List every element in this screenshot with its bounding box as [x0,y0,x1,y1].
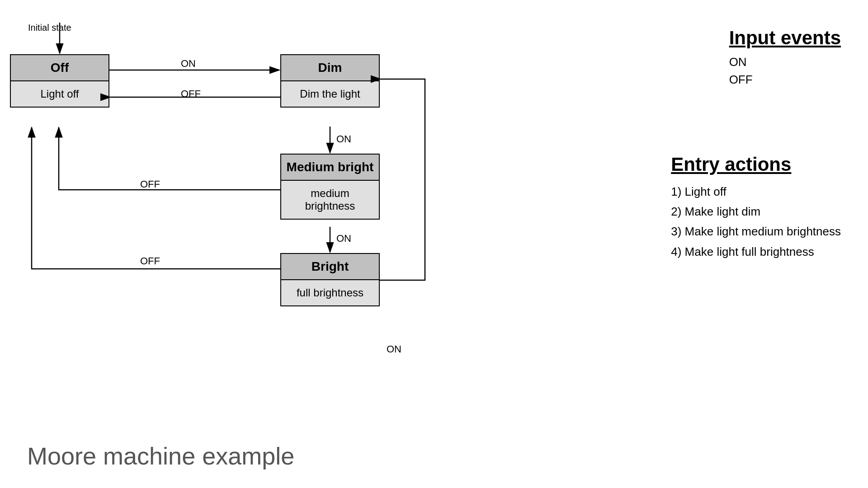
label-on-off-to-dim: ON [181,58,196,70]
input-event-off: OFF [729,71,841,89]
diagram-container: Initial state Off Light off Dim Dim the … [0,0,868,488]
state-bright-header: Bright [281,254,379,280]
input-events-panel: Input events ON OFF [729,27,841,89]
state-dim-action: Dim the light [281,81,379,107]
state-off-header: Off [11,55,108,81]
state-bright: Bright full brightness [280,253,380,306]
state-bright-action: full brightness [281,280,379,305]
entry-actions-title: Entry actions [671,154,841,175]
entry-actions-panel: Entry actions 1) Light off 2) Make light… [671,154,841,262]
entry-action-2: 2) Make light dim [671,202,841,221]
input-events-title: Input events [729,27,841,49]
state-medium-header: Medium bright [281,155,379,181]
state-medium: Medium bright medium brightness [280,154,380,220]
label-on-dim-to-medium: ON [336,133,351,145]
initial-state-label: Initial state [28,23,71,33]
label-off-dim-to-off: OFF [181,88,201,100]
label-on-bright-loop: ON [387,343,401,355]
entry-action-1: 1) Light off [671,182,841,202]
diagram-title: Moore machine example [27,442,294,470]
label-off-medium-to-off: OFF [140,178,160,190]
input-event-on: ON [729,53,841,71]
entry-action-4: 4) Make light full brightness [671,242,841,262]
state-off: Off Light off [10,54,109,108]
label-off-bright-to-off: OFF [140,255,160,267]
state-dim-header: Dim [281,55,379,81]
entry-action-3: 3) Make light medium brightness [671,221,841,241]
state-off-action: Light off [11,81,108,107]
state-dim: Dim Dim the light [280,54,380,108]
label-on-medium-to-bright: ON [336,233,351,244]
state-medium-action: medium brightness [281,181,379,219]
